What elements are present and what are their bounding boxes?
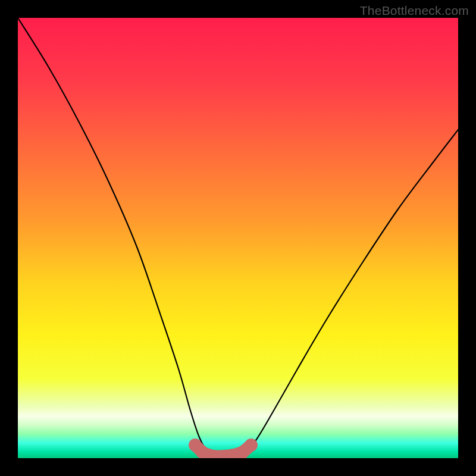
- marker-dot: [245, 439, 258, 452]
- chart-frame: TheBottleneck.com: [0, 0, 476, 476]
- chart-svg: [18, 18, 458, 458]
- watermark-text: TheBottleneck.com: [360, 4, 469, 18]
- bottleneck-curve: [18, 18, 458, 458]
- plot-area: [18, 18, 458, 458]
- flat-region-markers: [189, 439, 258, 458]
